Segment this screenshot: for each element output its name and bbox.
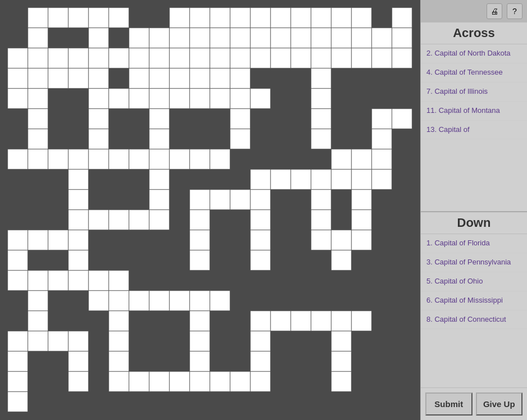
down-header: Down: [421, 212, 527, 234]
help-icon[interactable]: ?: [507, 3, 523, 19]
down-clue-item[interactable]: 3. Capital of Pennsylvania: [421, 253, 527, 272]
crossword-grid[interactable]: [0, 0, 420, 420]
print-icon[interactable]: 🖨: [487, 3, 502, 19]
submit-button[interactable]: Submit: [425, 392, 473, 416]
across-clue-item[interactable]: 11. Capital of Montana: [421, 102, 527, 121]
top-icons: 🖨 ?: [421, 0, 527, 22]
sidebar: 🖨 ? Across 2. Capital of North Dakota4. …: [420, 0, 527, 420]
down-clue-item[interactable]: 5. Capital of Ohio: [421, 272, 527, 291]
down-clue-item[interactable]: 6. Capital of Mississippi: [421, 291, 527, 311]
across-clue-item[interactable]: 7. Capital of Illinois: [421, 83, 527, 102]
across-clues-list: 2. Capital of North Dakota4. Capital of …: [421, 44, 527, 139]
clues-panel: Across 2. Capital of North Dakota4. Capi…: [421, 22, 527, 387]
down-clues-list: 1. Capital of Florida3. Capital of Penns…: [421, 234, 527, 329]
down-clue-item[interactable]: 8. Capital of Connecticut: [421, 311, 527, 330]
across-clue-item[interactable]: 4. Capital of Tennessee: [421, 63, 527, 83]
across-clue-item[interactable]: 13. Capital of: [421, 121, 527, 140]
across-header: Across: [421, 22, 527, 44]
give-up-button[interactable]: Give Up: [476, 392, 523, 416]
down-section: Down 1. Capital of Florida3. Capital of …: [421, 212, 527, 387]
across-clue-item[interactable]: 2. Capital of North Dakota: [421, 44, 527, 63]
buttons-row: Submit Give Up: [421, 387, 527, 420]
across-section: Across 2. Capital of North Dakota4. Capi…: [421, 22, 527, 212]
down-clue-item[interactable]: 1. Capital of Florida: [421, 234, 527, 253]
